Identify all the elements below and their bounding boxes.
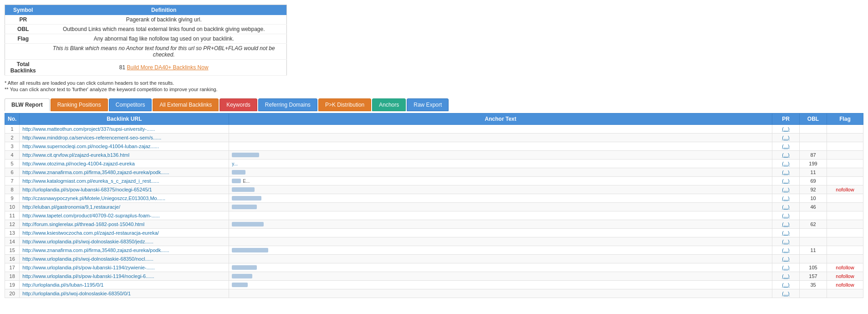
backlink-url[interactable]: http://www.katalogmiast.com.pl/eureka_s_…	[20, 177, 229, 185]
pr-cell[interactable]: (...)	[772, 194, 800, 203]
pr-cell[interactable]: (...)	[772, 289, 800, 298]
url-link[interactable]: http://www.znanafirma.com.pl/firma,35480…	[22, 247, 169, 253]
url-link[interactable]: http://www.ksiestwoczocha.com.pl/zajazd-…	[22, 230, 159, 236]
url-link[interactable]: http://www.minddrop.ca/services-referenc…	[22, 135, 161, 140]
backlink-url[interactable]: http://urloplandia.pl/s/pow-lubanski-683…	[20, 185, 229, 194]
url-link[interactable]: http://www.cit.qrvfow.pl/zajazd-eureka,b…	[22, 152, 129, 158]
anchor-cell[interactable]	[229, 168, 772, 177]
backlink-url[interactable]: http://www.znanafirma.com.pl/firma,35480…	[20, 168, 229, 177]
tab-referring-domains[interactable]: Referring Domains	[258, 98, 317, 111]
tab-p>k-distribution[interactable]: P>K Distribution	[318, 98, 371, 111]
anchor-text[interactable]: y...	[232, 161, 238, 166]
url-link[interactable]: http://www.supernocleqi.com.pl/nocleg-41…	[22, 144, 159, 149]
tab-raw-export[interactable]: Raw Export	[407, 98, 449, 111]
backlink-url[interactable]: http://www.supernocleqi.com.pl/nocleg-41…	[20, 142, 229, 151]
pr-link[interactable]: (...)	[782, 135, 790, 140]
backlink-url[interactable]: http://www.otozima.pl/nocleg-41004-zajaz…	[20, 160, 229, 168]
build-link[interactable]: Build More DA40+ Backlinks Now	[127, 64, 209, 71]
backlink-url[interactable]: http://www.minddrop.ca/services-referenc…	[20, 134, 229, 142]
backlink-url[interactable]: http://eluban.pl/gastronomia/9,1,restaur…	[20, 203, 229, 211]
pr-cell[interactable]: (...)	[772, 151, 800, 160]
pr-link[interactable]: (...)	[782, 152, 790, 158]
tab-competitors[interactable]: Competitors	[109, 98, 152, 111]
pr-cell[interactable]: (...)	[772, 185, 800, 194]
backlink-url[interactable]: http://www.urloplandia.pl/s/pow-lubanski…	[20, 272, 229, 281]
pr-cell[interactable]: (...)	[772, 177, 800, 185]
pr-cell[interactable]: (...)	[772, 263, 800, 272]
pr-link[interactable]: (...)	[782, 256, 790, 262]
pr-link[interactable]: (...)	[782, 144, 790, 149]
url-link[interactable]: http://www.otozima.pl/nocleg-41004-zajaz…	[22, 161, 134, 166]
anchor-cell[interactable]	[229, 263, 772, 272]
backlink-url[interactable]: http://www.ksiestwoczocha.com.pl/zajazd-…	[20, 229, 229, 237]
backlink-url[interactable]: http://www.matteothun.com/project/337/su…	[20, 125, 229, 134]
pr-link[interactable]: (...)	[782, 221, 790, 227]
anchor-cell[interactable]: E...	[229, 177, 772, 185]
pr-link[interactable]: (...)	[782, 247, 790, 253]
pr-link[interactable]: (...)	[782, 230, 790, 236]
pr-cell[interactable]: (...)	[772, 229, 800, 237]
pr-cell[interactable]: (...)	[772, 168, 800, 177]
url-link[interactable]: http://www.znanafirma.com.pl/firma,35480…	[22, 170, 169, 175]
anchor-cell[interactable]	[229, 151, 772, 160]
pr-cell[interactable]: (...)	[772, 220, 800, 229]
tab-keywords[interactable]: Keywords	[220, 98, 257, 111]
pr-link[interactable]: (...)	[782, 126, 790, 132]
url-link[interactable]: http://www.urloplandia.pl/s/pow-lubanski…	[22, 273, 154, 279]
backlink-url[interactable]: http://www.urloplandia.pl/s/pow-lubanski…	[20, 263, 229, 272]
url-link[interactable]: http://czasnawypoczynek.pl/Motele,Uniego…	[22, 196, 165, 201]
url-link[interactable]: http://eluban.pl/gastronomia/9,1,restaur…	[22, 204, 120, 210]
pr-link[interactable]: (...)	[782, 161, 790, 166]
url-link[interactable]: http://www.urloplandia.pl/s/woj-dolnosla…	[22, 239, 153, 244]
tab-anchors[interactable]: Anchors	[372, 98, 406, 111]
url-link[interactable]: http://www.urloplandia.pl/s/woj-dolnosla…	[22, 256, 153, 262]
tab-all-external-backlinks[interactable]: All External Backlinks	[153, 98, 219, 111]
pr-link[interactable]: (...)	[782, 196, 790, 201]
pr-link[interactable]: (...)	[782, 291, 790, 296]
pr-cell[interactable]: (...)	[772, 255, 800, 263]
backlink-url[interactable]: http://www.cit.qrvfow.pl/zajazd-eureka,b…	[20, 151, 229, 160]
tab-blw-report[interactable]: BLW Report	[5, 98, 50, 111]
anchor-cell[interactable]	[229, 185, 772, 194]
url-link[interactable]: http://www.urloplandia.pl/s/pow-lubanski…	[22, 265, 154, 270]
url-link[interactable]: http://urloplandia.pl/s/luban-1195/0/1	[22, 282, 103, 288]
anchor-cell[interactable]	[229, 281, 772, 289]
url-link[interactable]: http://forum.singlerelax.pl/thread-1682-…	[22, 221, 144, 227]
anchor-cell[interactable]	[229, 220, 772, 229]
pr-link[interactable]: (...)	[782, 282, 790, 288]
pr-link[interactable]: (...)	[782, 273, 790, 279]
anchor-cell[interactable]: y...	[229, 160, 772, 168]
anchor-cell[interactable]	[229, 194, 772, 203]
pr-cell[interactable]: (...)	[772, 272, 800, 281]
url-link[interactable]: http://www.katalogmiast.com.pl/eureka_s_…	[22, 178, 159, 184]
anchor-cell[interactable]	[229, 203, 772, 211]
pr-cell[interactable]: (...)	[772, 203, 800, 211]
backlink-url[interactable]: http://forum.singlerelax.pl/thread-1682-…	[20, 220, 229, 229]
pr-link[interactable]: (...)	[782, 178, 790, 184]
backlink-url[interactable]: http://www.znanafirma.com.pl/firma,35480…	[20, 246, 229, 255]
url-link[interactable]: http://urloplandia.pl/s/woj-dolnoslaskie…	[22, 291, 131, 296]
pr-link[interactable]: (...)	[782, 187, 790, 192]
pr-cell[interactable]: (...)	[772, 281, 800, 289]
pr-cell[interactable]: (...)	[772, 211, 800, 220]
url-link[interactable]: http://www.matteothun.com/project/337/su…	[22, 126, 155, 132]
pr-cell[interactable]: (...)	[772, 160, 800, 168]
backlink-url[interactable]: http://urloplandia.pl/s/luban-1195/0/1	[20, 281, 229, 289]
anchor-cell[interactable]	[229, 272, 772, 281]
backlink-url[interactable]: http://www.urloplandia.pl/s/woj-dolnosla…	[20, 237, 229, 246]
pr-link[interactable]: (...)	[782, 213, 790, 218]
backlink-url[interactable]: http://urloplandia.pl/s/woj-dolnoslaskie…	[20, 289, 229, 298]
pr-cell[interactable]: (...)	[772, 237, 800, 246]
backlink-url[interactable]: http://www.tapetel.com/product/40709-02-…	[20, 211, 229, 220]
pr-cell[interactable]: (...)	[772, 246, 800, 255]
pr-cell[interactable]: (...)	[772, 142, 800, 151]
tab-ranking-positions[interactable]: Ranking Positions	[51, 98, 108, 111]
backlink-url[interactable]: http://czasnawypoczynek.pl/Motele,Uniego…	[20, 194, 229, 203]
anchor-cell[interactable]	[229, 246, 772, 255]
backlink-url[interactable]: http://www.urloplandia.pl/s/woj-dolnosla…	[20, 255, 229, 263]
pr-cell[interactable]: (...)	[772, 125, 800, 134]
pr-link[interactable]: (...)	[782, 265, 790, 270]
pr-link[interactable]: (...)	[782, 239, 790, 244]
pr-link[interactable]: (...)	[782, 204, 790, 210]
pr-link[interactable]: (...)	[782, 170, 790, 175]
